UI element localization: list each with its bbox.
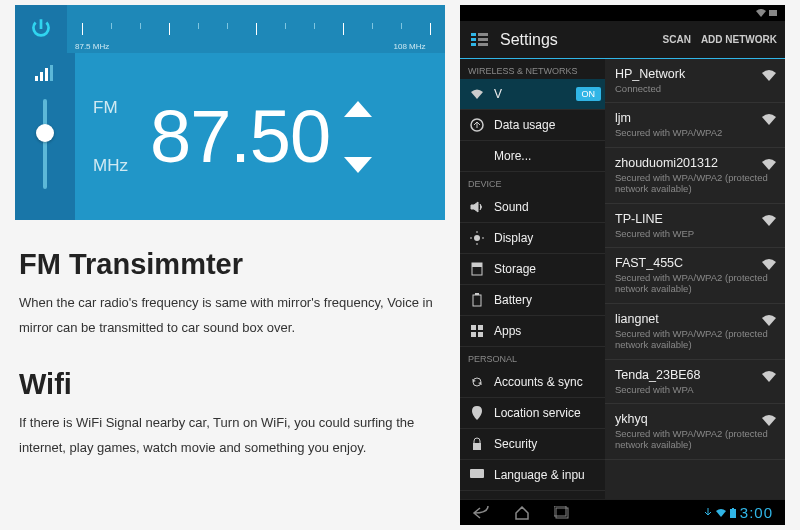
wifi-sub: Secured with WPA bbox=[615, 384, 775, 395]
wifi-name: TP-LINE bbox=[615, 212, 775, 226]
wifi-network-item[interactable]: liangnetSecured with WPA/WPA2 (protected… bbox=[605, 304, 785, 360]
sidebar-item-data[interactable]: Data usage bbox=[460, 110, 605, 141]
signal-icon bbox=[35, 65, 55, 81]
sidebar-item-apps[interactable]: Apps bbox=[460, 316, 605, 347]
wifi-network-item[interactable]: zhouduomi201312Secured with WPA/WPA2 (pr… bbox=[605, 148, 785, 204]
wifi-signal-icon bbox=[761, 258, 777, 272]
wifi-signal-icon bbox=[761, 414, 777, 428]
svg-point-12 bbox=[474, 235, 480, 241]
wifi-name: FAST_455C bbox=[615, 256, 775, 270]
wifi-toggle[interactable]: ON bbox=[576, 87, 602, 101]
wifi-signal-icon bbox=[761, 113, 777, 127]
wifi-icon bbox=[468, 88, 486, 100]
settings-icon bbox=[468, 28, 492, 52]
svg-rect-18 bbox=[472, 263, 482, 267]
wifi-status-icon bbox=[756, 8, 766, 18]
svg-rect-2 bbox=[45, 68, 48, 81]
category-wireless: WIRELESS & NETWORKS bbox=[460, 59, 605, 79]
wifi-section: Wifi If there is WiFi Signal nearby car,… bbox=[15, 368, 445, 460]
wifi-network-item[interactable]: FAST_455CSecured with WPA/WPA2 (protecte… bbox=[605, 248, 785, 304]
svg-rect-29 bbox=[730, 509, 736, 518]
wifi-network-item[interactable]: ykhyqSecured with WPA/WPA2 (protected ne… bbox=[605, 404, 785, 460]
wifi-section-title: Wifi bbox=[19, 368, 441, 401]
svg-rect-25 bbox=[473, 443, 481, 450]
band-label: FM bbox=[93, 98, 150, 118]
sidebar-item-security[interactable]: Security bbox=[460, 429, 605, 460]
wifi-section-body: If there is WiFi Signal nearby car, Turn… bbox=[19, 411, 441, 460]
home-button[interactable] bbox=[514, 506, 530, 520]
svg-rect-1 bbox=[40, 72, 43, 81]
wifi-sub: Secured with WPA/WPA2 bbox=[615, 127, 775, 138]
freq-up-button[interactable] bbox=[344, 101, 372, 117]
sidebar-item-location[interactable]: Location service bbox=[460, 398, 605, 429]
sidebar-item-accounts[interactable]: Accounts & sync bbox=[460, 367, 605, 398]
wifi-signal-icon bbox=[761, 214, 777, 228]
wifi-sub: Secured with WPA/WPA2 (protected network… bbox=[615, 428, 775, 451]
sidebar-item-display[interactable]: Display bbox=[460, 223, 605, 254]
svg-rect-21 bbox=[471, 325, 476, 330]
frequency-display: 87.50 bbox=[150, 94, 330, 179]
wifi-sub: Secured with WPA/WPA2 (protected network… bbox=[615, 272, 775, 295]
wifi-signal-icon bbox=[761, 69, 777, 83]
svg-rect-23 bbox=[471, 332, 476, 337]
wifi-name: ykhyq bbox=[615, 412, 775, 426]
add-network-button[interactable]: ADD NETWORK bbox=[701, 34, 777, 45]
storage-icon bbox=[468, 262, 486, 276]
wifi-name: Tenda_23BE68 bbox=[615, 368, 775, 382]
volume-thumb[interactable] bbox=[36, 124, 54, 142]
back-button[interactable] bbox=[472, 506, 490, 520]
sidebar-item-storage[interactable]: Storage bbox=[460, 254, 605, 285]
sidebar-item-sound[interactable]: Sound bbox=[460, 192, 605, 223]
sidebar-item-more[interactable]: More... bbox=[460, 141, 605, 172]
fm-radio-panel: 87.5 MHz 108 MHz bbox=[15, 5, 445, 220]
scan-button[interactable]: SCAN bbox=[663, 34, 691, 45]
nav-clock: 3:00 bbox=[740, 504, 773, 521]
fm-section: FM Transimmter When the car radio's freq… bbox=[15, 248, 445, 340]
svg-rect-30 bbox=[732, 508, 734, 509]
power-button[interactable] bbox=[15, 5, 67, 53]
wifi-network-item[interactable]: HP_NetworkConnected bbox=[605, 59, 785, 103]
nav-battery-icon bbox=[730, 508, 736, 518]
svg-rect-24 bbox=[478, 332, 483, 337]
apps-icon bbox=[468, 325, 486, 337]
wifi-name: liangnet bbox=[615, 312, 775, 326]
sync-icon bbox=[468, 375, 486, 389]
nav-wifi-icon bbox=[716, 508, 726, 518]
wifi-name: zhouduomi201312 bbox=[615, 156, 775, 170]
svg-rect-5 bbox=[471, 33, 476, 36]
status-bar bbox=[460, 5, 785, 21]
wifi-sub: Secured with WEP bbox=[615, 228, 775, 239]
volume-slider[interactable] bbox=[43, 99, 47, 189]
fm-section-body: When the car radio's frequency is same w… bbox=[19, 291, 441, 340]
display-icon bbox=[468, 231, 486, 245]
category-device: DEVICE bbox=[460, 172, 605, 192]
svg-rect-22 bbox=[478, 325, 483, 330]
svg-rect-26 bbox=[470, 469, 484, 478]
wifi-list: HP_NetworkConnectedljmSecured with WPA/W… bbox=[605, 59, 785, 499]
svg-rect-6 bbox=[471, 38, 476, 41]
wifi-network-item[interactable]: TP-LINESecured with WEP bbox=[605, 204, 785, 248]
battery-icon bbox=[468, 293, 486, 307]
nav-download-icon bbox=[704, 508, 712, 518]
freq-high-label: 108 MHz bbox=[394, 42, 426, 51]
data-icon bbox=[468, 118, 486, 132]
frequency-bar[interactable]: 87.5 MHz 108 MHz bbox=[67, 5, 445, 53]
svg-rect-4 bbox=[769, 10, 777, 16]
wifi-signal-icon bbox=[761, 370, 777, 384]
svg-rect-8 bbox=[478, 33, 488, 36]
wifi-sub: Connected bbox=[615, 83, 775, 94]
category-personal: PERSONAL bbox=[460, 347, 605, 367]
wifi-name: HP_Network bbox=[615, 67, 775, 81]
recent-button[interactable] bbox=[554, 506, 570, 520]
svg-rect-7 bbox=[471, 43, 476, 46]
wifi-network-item[interactable]: ljmSecured with WPA/WPA2 bbox=[605, 103, 785, 147]
wifi-network-item[interactable]: Tenda_23BE68Secured with WPA bbox=[605, 360, 785, 404]
sidebar-item-battery[interactable]: Battery bbox=[460, 285, 605, 316]
freq-down-button[interactable] bbox=[344, 157, 372, 173]
nav-bar: 3:00 bbox=[460, 499, 785, 525]
unit-label: MHz bbox=[93, 156, 150, 176]
sidebar-item-language[interactable]: Language & inpu bbox=[460, 460, 605, 491]
sidebar-item-wifi[interactable]: V ON bbox=[460, 79, 605, 110]
android-device: Settings SCAN ADD NETWORK WIRELESS & NET… bbox=[460, 5, 785, 525]
freq-low-label: 87.5 MHz bbox=[75, 42, 109, 51]
